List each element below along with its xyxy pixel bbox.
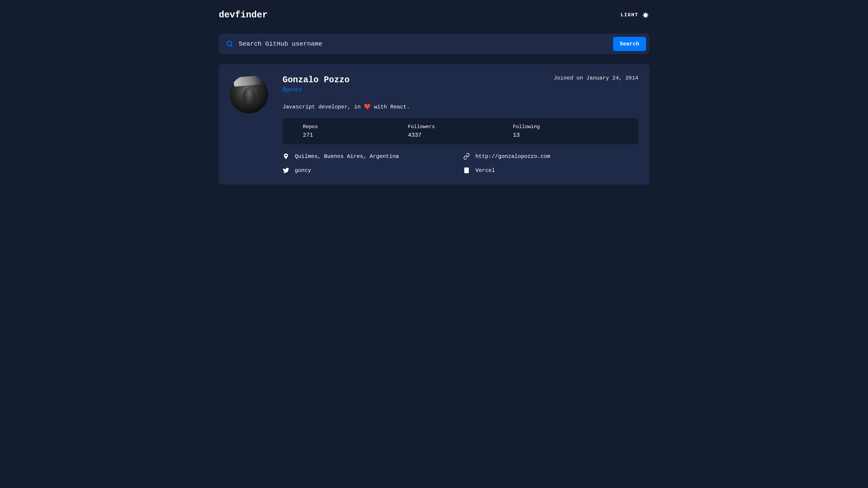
stat-repos-value: 271 — [303, 132, 408, 138]
stat-following: Following 13 — [513, 124, 618, 138]
website-link[interactable]: http://gonzalopozzo.com — [475, 153, 550, 160]
profile-name: Gonzalo Pozzo — [283, 75, 349, 85]
profile-bio: Javascript developer, in ❤️ with React. — [283, 103, 638, 110]
sun-icon — [642, 11, 649, 19]
stat-following-label: Following — [513, 124, 618, 130]
stat-following-value: 13 — [513, 132, 618, 138]
profile-header: Gonzalo Pozzo @goncy Joined on January 2… — [283, 75, 638, 93]
search-bar: Search — [219, 34, 649, 54]
building-icon — [463, 167, 470, 174]
stat-followers: Followers 4337 — [408, 124, 513, 138]
app-logo: devfinder — [219, 10, 268, 20]
twitter-icon — [283, 167, 289, 174]
company-link[interactable]: Vercel — [475, 167, 495, 173]
avatar — [230, 75, 268, 113]
theme-toggle-label: LIGHT — [620, 12, 638, 18]
location-item: Quilmes, Buenos Aires, Argentina — [283, 153, 458, 160]
profile-card: Gonzalo Pozzo @goncy Joined on January 2… — [219, 64, 649, 185]
search-input[interactable] — [239, 40, 608, 47]
twitter-item: goncy — [283, 167, 458, 174]
profile-username-link[interactable]: @goncy — [283, 87, 302, 93]
stat-followers-value: 4337 — [408, 132, 513, 138]
location-pin-icon — [283, 153, 289, 160]
website-item: http://gonzalopozzo.com — [463, 153, 638, 160]
profile-joined-date: Joined on January 24, 2014 — [554, 75, 638, 81]
search-icon — [226, 40, 233, 48]
theme-toggle-button[interactable]: LIGHT — [620, 11, 649, 19]
stats-panel: Repos 271 Followers 4337 Following 13 — [283, 118, 638, 144]
location-text: Quilmes, Buenos Aires, Argentina — [295, 153, 399, 160]
link-icon — [463, 153, 470, 160]
company-item: Vercel — [463, 167, 638, 174]
profile-main: Gonzalo Pozzo @goncy Joined on January 2… — [283, 75, 638, 174]
app-header: devfinder LIGHT — [219, 4, 649, 26]
search-button[interactable]: Search — [613, 37, 646, 51]
svg-line-1 — [231, 45, 232, 47]
stat-followers-label: Followers — [408, 124, 513, 130]
twitter-link[interactable]: goncy — [295, 167, 311, 173]
stat-repos-label: Repos — [303, 124, 408, 130]
profile-links: Quilmes, Buenos Aires, Argentina http://… — [283, 153, 638, 174]
svg-point-0 — [227, 41, 231, 46]
stat-repos: Repos 271 — [303, 124, 408, 138]
